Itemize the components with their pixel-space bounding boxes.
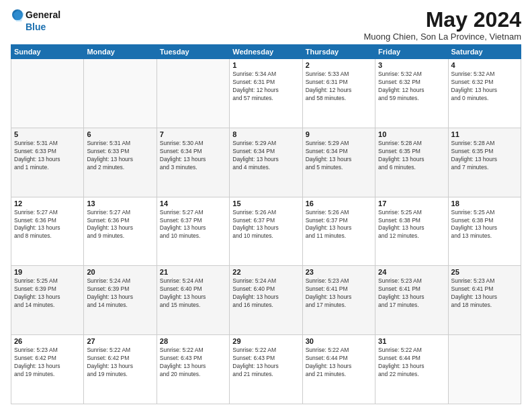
header-thursday: Thursday [302, 45, 375, 59]
calendar-cell: 15Sunrise: 5:26 AMSunset: 6:37 PMDayligh… [230, 197, 302, 266]
day-info: Sunrise: 5:28 AMSunset: 6:35 PMDaylight:… [378, 140, 445, 172]
day-number: 4 [451, 61, 518, 69]
calendar-cell: 31Sunrise: 5:22 AMSunset: 6:44 PMDayligh… [375, 335, 448, 404]
calendar-cell: 14Sunrise: 5:27 AMSunset: 6:37 PMDayligh… [157, 197, 229, 266]
calendar-cell: 24Sunrise: 5:23 AMSunset: 6:41 PMDayligh… [375, 266, 448, 335]
day-info: Sunrise: 5:26 AMSunset: 6:37 PMDaylight:… [306, 209, 372, 241]
day-number: 2 [306, 61, 372, 69]
day-number: 1 [232, 61, 299, 69]
calendar-cell: 17Sunrise: 5:25 AMSunset: 6:38 PMDayligh… [375, 197, 448, 266]
calendar-week-2: 12Sunrise: 5:27 AMSunset: 6:36 PMDayligh… [11, 197, 521, 266]
day-number: 6 [87, 130, 153, 138]
calendar-title: May 2024 [363, 8, 521, 32]
day-info: Sunrise: 5:23 AMSunset: 6:41 PMDaylight:… [306, 277, 372, 310]
calendar-week-4: 26Sunrise: 5:23 AMSunset: 6:42 PMDayligh… [11, 335, 521, 404]
day-info: Sunrise: 5:23 AMSunset: 6:41 PMDaylight:… [378, 277, 445, 310]
day-number: 28 [160, 337, 226, 345]
day-info: Sunrise: 5:31 AMSunset: 6:33 PMDaylight:… [87, 140, 153, 172]
day-info: Sunrise: 5:27 AMSunset: 6:37 PMDaylight:… [160, 209, 226, 241]
header-wednesday: Wednesday [230, 45, 302, 59]
calendar-cell: 1Sunrise: 5:34 AMSunset: 6:31 PMDaylight… [230, 59, 302, 128]
day-info: Sunrise: 5:34 AMSunset: 6:31 PMDaylight:… [232, 71, 299, 103]
day-number: 21 [160, 268, 226, 276]
calendar-cell: 7Sunrise: 5:30 AMSunset: 6:34 PMDaylight… [157, 128, 229, 197]
calendar-cell: 25Sunrise: 5:23 AMSunset: 6:41 PMDayligh… [448, 266, 521, 335]
page: General Blue May 2024 Muong Chien, Son L… [0, 0, 532, 411]
calendar-cell: 16Sunrise: 5:26 AMSunset: 6:37 PMDayligh… [302, 197, 375, 266]
calendar-cell: 27Sunrise: 5:22 AMSunset: 6:42 PMDayligh… [84, 335, 157, 404]
header-tuesday: Tuesday [157, 45, 229, 59]
calendar-table: Sunday Monday Tuesday Wednesday Thursday… [11, 44, 521, 404]
day-info: Sunrise: 5:22 AMSunset: 6:44 PMDaylight:… [306, 347, 372, 379]
day-number: 7 [160, 130, 226, 138]
logo-blue-text: Blue [26, 21, 46, 32]
calendar-week-1: 5Sunrise: 5:31 AMSunset: 6:33 PMDaylight… [11, 128, 521, 197]
day-info: Sunrise: 5:22 AMSunset: 6:43 PMDaylight:… [232, 347, 299, 379]
day-info: Sunrise: 5:25 AMSunset: 6:39 PMDaylight:… [14, 277, 81, 310]
calendar-cell: 5Sunrise: 5:31 AMSunset: 6:33 PMDaylight… [11, 128, 84, 197]
day-number: 14 [160, 199, 226, 208]
header-monday: Monday [84, 45, 157, 59]
day-number: 19 [14, 268, 81, 276]
calendar-cell: 4Sunrise: 5:32 AMSunset: 6:32 PMDaylight… [448, 59, 521, 128]
day-number: 3 [378, 61, 445, 69]
day-number: 11 [451, 130, 518, 138]
calendar-cell: 22Sunrise: 5:24 AMSunset: 6:40 PMDayligh… [230, 266, 302, 335]
day-number: 17 [378, 199, 445, 208]
day-info: Sunrise: 5:27 AMSunset: 6:36 PMDaylight:… [14, 209, 81, 241]
calendar-cell: 23Sunrise: 5:23 AMSunset: 6:41 PMDayligh… [302, 266, 375, 335]
calendar-cell: 29Sunrise: 5:22 AMSunset: 6:43 PMDayligh… [230, 335, 302, 404]
day-info: Sunrise: 5:22 AMSunset: 6:42 PMDaylight:… [87, 347, 153, 379]
day-info: Sunrise: 5:22 AMSunset: 6:43 PMDaylight:… [160, 347, 226, 379]
calendar-cell: 12Sunrise: 5:27 AMSunset: 6:36 PMDayligh… [11, 197, 84, 266]
day-info: Sunrise: 5:26 AMSunset: 6:37 PMDaylight:… [232, 209, 299, 241]
calendar-cell: 18Sunrise: 5:25 AMSunset: 6:38 PMDayligh… [448, 197, 521, 266]
day-info: Sunrise: 5:31 AMSunset: 6:33 PMDaylight:… [14, 140, 81, 172]
logo-general-text: General [26, 9, 60, 20]
header-sunday: Sunday [11, 45, 84, 59]
day-number: 18 [451, 199, 518, 208]
day-number: 30 [306, 337, 372, 345]
day-info: Sunrise: 5:23 AMSunset: 6:42 PMDaylight:… [14, 347, 81, 379]
calendar-cell: 11Sunrise: 5:28 AMSunset: 6:35 PMDayligh… [448, 128, 521, 197]
day-number: 13 [87, 199, 153, 208]
calendar-cell: 13Sunrise: 5:27 AMSunset: 6:36 PMDayligh… [84, 197, 157, 266]
calendar-cell [157, 59, 229, 128]
day-number: 23 [306, 268, 372, 276]
day-number: 29 [232, 337, 299, 345]
day-info: Sunrise: 5:33 AMSunset: 6:31 PMDaylight:… [306, 71, 372, 103]
logo: General Blue [11, 8, 60, 32]
day-info: Sunrise: 5:32 AMSunset: 6:32 PMDaylight:… [451, 71, 518, 103]
day-info: Sunrise: 5:25 AMSunset: 6:38 PMDaylight:… [378, 209, 445, 241]
day-info: Sunrise: 5:29 AMSunset: 6:34 PMDaylight:… [232, 140, 299, 172]
day-number: 9 [306, 130, 372, 138]
calendar-cell [448, 335, 521, 404]
day-info: Sunrise: 5:29 AMSunset: 6:34 PMDaylight:… [306, 140, 372, 172]
calendar-week-0: 1Sunrise: 5:34 AMSunset: 6:31 PMDaylight… [11, 59, 521, 128]
day-info: Sunrise: 5:30 AMSunset: 6:34 PMDaylight:… [160, 140, 226, 172]
header-saturday: Saturday [448, 45, 521, 59]
calendar-cell: 21Sunrise: 5:24 AMSunset: 6:40 PMDayligh… [157, 266, 229, 335]
calendar-cell: 9Sunrise: 5:29 AMSunset: 6:34 PMDaylight… [302, 128, 375, 197]
day-number: 26 [14, 337, 81, 345]
calendar-cell [84, 59, 157, 128]
logo-icon [11, 8, 24, 21]
calendar-cell: 30Sunrise: 5:22 AMSunset: 6:44 PMDayligh… [302, 335, 375, 404]
day-number: 5 [14, 130, 81, 138]
day-number: 8 [232, 130, 299, 138]
calendar-cell: 10Sunrise: 5:28 AMSunset: 6:35 PMDayligh… [375, 128, 448, 197]
calendar-cell: 20Sunrise: 5:24 AMSunset: 6:39 PMDayligh… [84, 266, 157, 335]
day-number: 15 [232, 199, 299, 208]
day-info: Sunrise: 5:25 AMSunset: 6:38 PMDaylight:… [451, 209, 518, 241]
day-number: 25 [451, 268, 518, 276]
calendar-cell: 3Sunrise: 5:32 AMSunset: 6:32 PMDaylight… [375, 59, 448, 128]
day-info: Sunrise: 5:32 AMSunset: 6:32 PMDaylight:… [378, 71, 445, 103]
day-info: Sunrise: 5:28 AMSunset: 6:35 PMDaylight:… [451, 140, 518, 172]
day-number: 12 [14, 199, 81, 208]
day-info: Sunrise: 5:23 AMSunset: 6:41 PMDaylight:… [451, 277, 518, 310]
day-info: Sunrise: 5:24 AMSunset: 6:40 PMDaylight:… [232, 277, 299, 310]
header: General Blue May 2024 Muong Chien, Son L… [11, 8, 521, 42]
header-friday: Friday [375, 45, 448, 59]
calendar-cell: 26Sunrise: 5:23 AMSunset: 6:42 PMDayligh… [11, 335, 84, 404]
calendar-week-3: 19Sunrise: 5:25 AMSunset: 6:39 PMDayligh… [11, 266, 521, 335]
